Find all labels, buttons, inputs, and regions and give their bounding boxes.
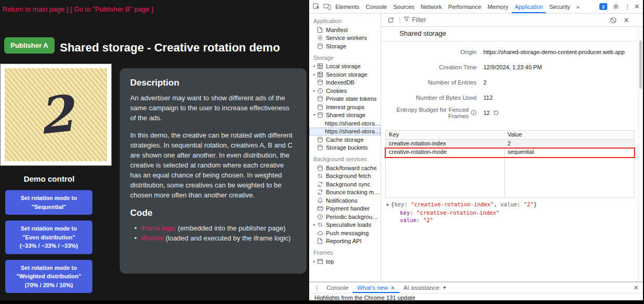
filter-placeholder: Filter (412, 16, 426, 24)
sidebar-item-cache-storage[interactable]: Cache storage (309, 135, 381, 144)
sidebar-item-storage[interactable]: Storage (309, 42, 381, 50)
devtools-tab-network[interactable]: Network (418, 0, 445, 13)
sidebar-item-payment-handler[interactable]: Payment handler (309, 205, 381, 213)
chevron-right-icon[interactable]: ▸ (312, 72, 317, 77)
table-col-key[interactable]: Key (386, 131, 504, 139)
sidebar-item-local-storage[interactable]: ▸Local storage (309, 62, 381, 71)
frame-icon (317, 258, 324, 265)
ad-creative-frame[interactable]: 2 (1, 64, 111, 165)
devtools-tab-security[interactable]: Security (546, 0, 573, 13)
code-link-iframe-logic[interactable]: Iframe logic (141, 224, 176, 232)
table-row-creative-rotation-mode[interactable]: creative-rotation-modesequential (386, 148, 634, 156)
sidebar-item-reporting-api[interactable]: Reporting API (309, 237, 381, 246)
tab-close-icon[interactable]: ✕ (390, 285, 395, 291)
chevron-right-icon[interactable]: ▸ (312, 223, 317, 227)
table-row-creative-rotation-index[interactable]: creative-rotation-index2 (386, 140, 634, 148)
issues-badge[interactable]: 2 (599, 3, 607, 10)
sidebar-item-label: Background fetch (326, 173, 371, 179)
sidebar-item-private-state-tokens[interactable]: Private state tokens (309, 95, 381, 103)
sidebar-item-notifications[interactable]: Notifications (309, 196, 381, 205)
devtools-tab-memory[interactable]: Memory (484, 0, 512, 13)
sidebar-section-storage: Storage (309, 50, 381, 62)
sync-icon (317, 189, 324, 195)
chevron-down-icon[interactable]: ▾ (312, 113, 317, 117)
meta-value: 12 (483, 110, 499, 116)
table-icon (317, 63, 324, 69)
devtools-tab-application[interactable]: Application (512, 0, 546, 13)
sidebar-item-push-messaging[interactable]: Push messaging (309, 229, 381, 237)
drawer-kebab-icon[interactable]: ⋮ (311, 285, 322, 291)
sidebar-item-indexeddb[interactable]: IndexedDB (309, 79, 381, 87)
code-link-worklet[interactable]: Worklet (141, 234, 164, 242)
sidebar-item-storage-buckets[interactable]: Storage buckets (309, 144, 381, 152)
devtools-tab-sources[interactable]: Sources (390, 0, 417, 13)
chevron-right-icon[interactable]: ▸ (312, 89, 317, 93)
sidebar-item-speculative-loads[interactable]: ▸Speculative loads (309, 221, 381, 229)
sidebar-item-label: Periodic backgroun… (326, 214, 381, 220)
sidebar-item-label: Storage (326, 43, 346, 49)
settings-gear-icon[interactable] (610, 3, 621, 10)
publisher-b-link[interactable]: [ Go to "Publisher B" page ] (70, 5, 153, 13)
sidebar-section-frames: Frames (309, 245, 381, 257)
devtools-tab-console[interactable]: Console (363, 0, 390, 13)
funnel-icon (404, 16, 409, 24)
devtools-tab-[interactable]: » (573, 0, 583, 13)
info-icon[interactable] (471, 110, 477, 116)
sidebar-item-back-forward-cache[interactable]: Back/forward cache (309, 164, 381, 172)
sidebar-item-label: Shared storage (326, 112, 365, 118)
drawer-close-icon[interactable]: ✕ (634, 284, 639, 291)
sidebar-item-periodic-backgroun[interactable]: Periodic backgroun… (309, 213, 381, 221)
table-col-value[interactable]: Value (504, 131, 525, 139)
delete-selected-icon[interactable]: ✕ (624, 17, 629, 24)
rotation-mode-button-1[interactable]: Set rotation mode to"Sequential" (5, 190, 92, 215)
sidebar-item-interest-groups[interactable]: Interest groups (309, 103, 381, 111)
devtools-tab-elements[interactable]: Elements (332, 0, 363, 13)
sidebar-item-label: Cache storage (326, 137, 364, 143)
scrollbar-thumb[interactable] (639, 40, 642, 89)
drawer-tab-console[interactable]: Console (322, 282, 353, 293)
sidebar-item-label: IndexedDB (326, 79, 354, 86)
chevron-down-icon[interactable]: ▼ (386, 203, 389, 207)
gear-icon (317, 35, 324, 41)
devtools-close-icon[interactable]: ✕ (634, 3, 640, 10)
sidebar-item-label: Bounce tracking miti… (326, 189, 381, 195)
chevron-right-icon[interactable]: ▸ (312, 64, 317, 68)
sidebar-item-https-shared-storage[interactable]: https://shared-storage… (309, 128, 381, 136)
storage-table-body: creative-rotation-index2creative-rotatio… (386, 140, 634, 156)
device-toolbar-icon[interactable] (322, 0, 332, 13)
rotation-mode-button-3[interactable]: Set rotation mode to"Weighted distributi… (5, 260, 92, 293)
toolbar-right: ✕ (608, 17, 629, 24)
sidebar-item-shared-storage[interactable]: ▾Shared storage (309, 111, 381, 120)
sidebar-item-cookies[interactable]: ▸Cookies (309, 87, 381, 95)
filter-input[interactable]: Filter (404, 16, 426, 24)
clear-all-icon[interactable] (608, 17, 618, 24)
preview-summary[interactable]: ▼{key: "creative-rotation-index", value:… (386, 201, 635, 209)
reset-icon[interactable] (493, 110, 499, 116)
devtools-tab-performance[interactable]: Performance (445, 0, 484, 13)
drawer-tab-what-s-new[interactable]: What's new✕ (353, 282, 399, 293)
sidebar-item-top[interactable]: ▸top (309, 257, 381, 266)
meta-row-entropy-budget-for-fenced-frames: Entropy Budget for Fenced Frames12 (385, 105, 635, 120)
meta-value: 12/9/2024, 1:23:40 PM (483, 64, 542, 70)
drawer-tab-ai-assistance[interactable]: AI assistance (399, 282, 451, 293)
kebab-menu-icon[interactable]: ⋮ (624, 3, 631, 10)
description-heading: Description (130, 78, 296, 88)
inspect-element-icon[interactable] (311, 0, 322, 13)
sidebar-item-manifest[interactable]: Manifest (309, 26, 381, 34)
rotation-mode-button-2[interactable]: Set rotation mode to"Even distribution"(… (5, 221, 92, 254)
sidebar-item-bounce-tracking-miti[interactable]: Bounce tracking miti… (309, 188, 381, 197)
sidebar-item-background-fetch[interactable]: Background fetch (309, 172, 381, 181)
sidebar-item-background-sync[interactable]: Background sync (309, 180, 381, 188)
refresh-icon[interactable] (385, 14, 396, 26)
meta-row-origin: Originhttps://shared-storage-demo-conten… (385, 44, 635, 59)
return-main-page-link[interactable]: Return to main page ] (3, 5, 68, 13)
code-list-item: Iframe logic (embedded into the publishe… (130, 224, 296, 234)
sidebar-item-https-shared-storage[interactable]: https://shared-storage… (309, 119, 381, 128)
chevron-right-icon[interactable]: ▸ (312, 259, 317, 264)
sidebar-item-session-storage[interactable]: ▸Session storage (309, 70, 381, 79)
sidebar-item-service-workers[interactable]: Service workers (309, 34, 381, 43)
panel-scrollbar[interactable] (638, 27, 643, 281)
sidebar-item-label: Speculative loads (326, 222, 371, 228)
preview-property-value: value: "2" (400, 216, 635, 224)
page-title: Shared storage - Creative rotation demo (60, 41, 280, 55)
